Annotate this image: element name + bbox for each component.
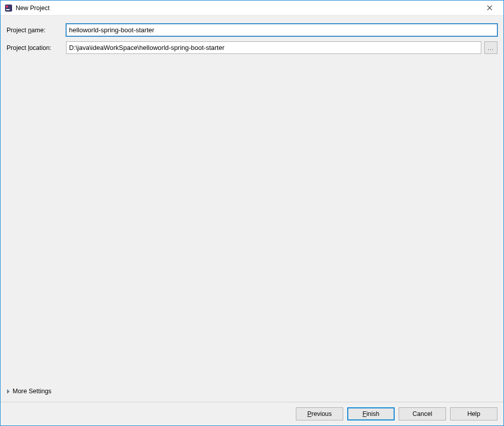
previous-button[interactable]: Previous [296,407,343,420]
app-icon [5,4,13,12]
window-title: New Project [16,5,479,12]
chevron-right-icon [7,389,10,394]
project-name-row: Project name: [7,24,497,36]
project-name-label: Project name: [7,27,66,34]
project-location-input[interactable] [66,41,481,54]
browse-button[interactable]: ... [484,41,497,54]
help-button[interactable]: Help [450,407,497,420]
project-location-label: Project location: [7,44,66,51]
dialog-content: Project name: Project location: ... More… [1,16,503,402]
svg-rect-1 [6,6,8,8]
project-location-row: Project location: ... [7,41,497,54]
titlebar: New Project [1,1,503,16]
dialog-footer: Previous Finish Cancel Help [1,402,503,425]
svg-rect-2 [6,9,10,10]
project-name-input[interactable] [66,24,497,36]
finish-button[interactable]: Finish [347,407,395,420]
close-button[interactable] [479,1,499,15]
more-settings-label: More Settings [13,388,51,395]
cancel-button[interactable]: Cancel [399,407,446,420]
more-settings-toggle[interactable]: More Settings [7,386,497,397]
svg-marker-5 [7,389,10,394]
